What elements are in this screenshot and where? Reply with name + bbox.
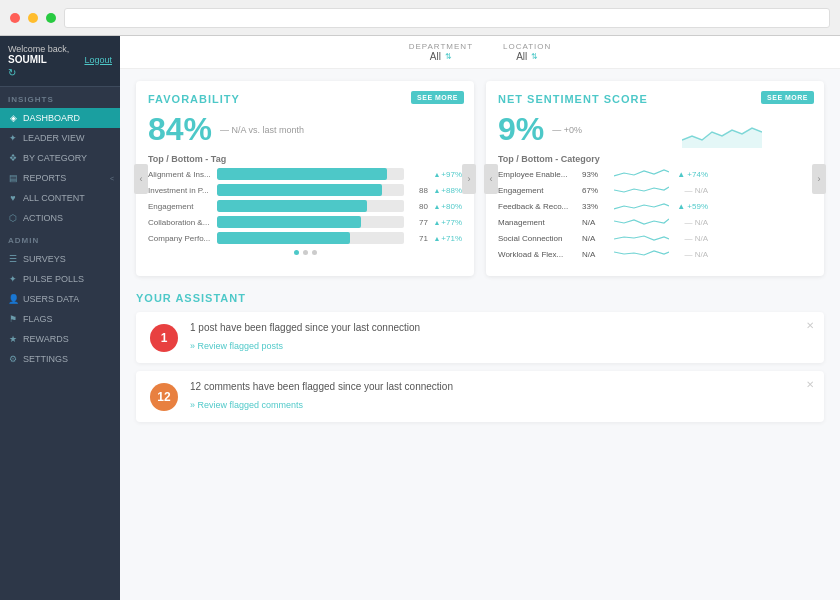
bar-change: ▲+71% xyxy=(432,234,462,243)
sentiment-sparkline xyxy=(614,184,669,196)
sentiment-sub-title: Top / Bottom - Category xyxy=(498,154,812,164)
close-icon[interactable]: ✕ xyxy=(806,320,814,331)
assistant-message: 1 post have been flagged since your last… xyxy=(190,322,810,333)
reports-icon: ▤ xyxy=(8,173,18,183)
favorability-nav-right[interactable]: › xyxy=(462,164,476,194)
app-container: Welcome back, SOUMIL Logout ↻ INSIGHTS ◈… xyxy=(0,36,840,600)
browser-dot-red[interactable] xyxy=(10,13,20,23)
assistant-item: 12 12 comments have been flagged since y… xyxy=(136,371,824,422)
assistant-message: 12 comments have been flagged since your… xyxy=(190,381,810,392)
assistant-link[interactable]: » Review flagged comments xyxy=(190,400,303,410)
browser-chrome xyxy=(0,0,840,36)
favorability-vs-text: — N/A vs. last month xyxy=(220,125,304,135)
assistant-link[interactable]: » Review flagged posts xyxy=(190,341,283,351)
sentiment-row-value: N/A xyxy=(582,218,610,227)
bar-change: ▲+88% xyxy=(432,186,462,195)
surveys-icon: ☰ xyxy=(8,254,18,264)
bar-label: Company Perfo... xyxy=(148,234,213,243)
by-category-icon: ❖ xyxy=(8,153,18,163)
department-value[interactable]: All ⇅ xyxy=(430,51,452,62)
location-value[interactable]: All ⇅ xyxy=(516,51,538,62)
sidebar-item-label: ACTIONS xyxy=(23,213,63,223)
favorability-bar-chart: Alignment & Ins... ▲+97% Investment in P… xyxy=(148,168,462,244)
browser-address-bar[interactable] xyxy=(64,8,830,28)
bar-track xyxy=(217,168,404,180)
sentiment-nav-left[interactable]: ‹ xyxy=(484,164,498,194)
assistant-items: 1 1 post have been flagged since your la… xyxy=(136,312,824,422)
assistant-title: YOUR ASSISTANT xyxy=(136,292,824,304)
sentiment-see-more[interactable]: SEE MORE xyxy=(761,91,814,104)
change-arrow-icon: ▲ xyxy=(433,187,440,194)
bar-row: Engagement 80 ▲+80% xyxy=(148,200,462,212)
sidebar-item-label: LEADER VIEW xyxy=(23,133,85,143)
sidebar-username: SOUMIL xyxy=(8,54,47,65)
bar-label: Investment in P... xyxy=(148,186,213,195)
sentiment-row: Workload & Flex... N/A — N/A xyxy=(498,248,812,260)
main-content: DEPARTMENT All ⇅ LOCATION All ⇅ FAVORABI… xyxy=(120,36,840,600)
sidebar-item-rewards[interactable]: ★ REWARDS xyxy=(0,329,120,349)
cards-row: FAVORABILITY SEE MORE 84% — N/A vs. last… xyxy=(120,69,840,284)
bar-row: Company Perfo... 71 ▲+71% xyxy=(148,232,462,244)
close-icon[interactable]: ✕ xyxy=(806,379,814,390)
sidebar-item-actions[interactable]: ⬡ ACTIONS xyxy=(0,208,120,228)
settings-icon: ⚙ xyxy=(8,354,18,364)
browser-dot-yellow[interactable] xyxy=(28,13,38,23)
actions-icon: ⬡ xyxy=(8,213,18,223)
sentiment-row-change: ▲ +59% xyxy=(673,202,708,211)
sentiment-card: NET SENTIMENT SCORE SEE MORE 9% — +0% To… xyxy=(486,81,824,276)
leader-view-icon: ✦ xyxy=(8,133,18,143)
bar-label: Alignment & Ins... xyxy=(148,170,213,179)
bar-track xyxy=(217,200,404,212)
favorability-see-more[interactable]: SEE MORE xyxy=(411,91,464,104)
all-content-icon: ♥ xyxy=(8,193,18,203)
sidebar-item-all-content[interactable]: ♥ ALL CONTENT xyxy=(0,188,120,208)
sentiment-row-label: Workload & Flex... xyxy=(498,250,578,259)
assistant-item: 1 1 post have been flagged since your la… xyxy=(136,312,824,363)
sidebar-item-label: REPORTS xyxy=(23,173,66,183)
sentiment-row-value: 93% xyxy=(582,170,610,179)
sentiment-row: Management N/A — N/A xyxy=(498,216,812,228)
sidebar-header: Welcome back, SOUMIL Logout ↻ xyxy=(0,36,120,87)
sentiment-sparkline xyxy=(614,248,669,260)
sentiment-nav-right[interactable]: › xyxy=(812,164,826,194)
favorability-big-number: 84% — N/A vs. last month xyxy=(148,111,462,148)
sidebar-item-pulse-polls[interactable]: ✦ PULSE POLLS xyxy=(0,269,120,289)
favorability-sub-title: Top / Bottom - Tag xyxy=(148,154,462,164)
dot-1 xyxy=(294,250,299,255)
change-arrow-icon: ▲ xyxy=(433,171,440,178)
sidebar-item-flags[interactable]: ⚑ FLAGS xyxy=(0,309,120,329)
sentiment-row-change: — N/A xyxy=(673,250,708,259)
bar-fill xyxy=(217,200,367,212)
sidebar-item-label: SURVEYS xyxy=(23,254,66,264)
sidebar-item-label: DASHBOARD xyxy=(23,113,80,123)
sidebar-item-users-data[interactable]: 👤 USERS DATA xyxy=(0,289,120,309)
sidebar-item-reports[interactable]: ▤ REPORTS < xyxy=(0,168,120,188)
sentiment-mini-chart xyxy=(682,112,762,148)
bar-row: Investment in P... 88 ▲+88% xyxy=(148,184,462,196)
assistant-badge: 12 xyxy=(150,383,178,411)
department-filter: DEPARTMENT All ⇅ xyxy=(409,42,473,62)
sentiment-row-label: Employee Enable... xyxy=(498,170,578,179)
bar-change: ▲+80% xyxy=(432,202,462,211)
sentiment-sparkline xyxy=(614,216,669,228)
sentiment-row-label: Engagement xyxy=(498,186,578,195)
department-label: DEPARTMENT xyxy=(409,42,473,51)
assistant-section: YOUR ASSISTANT 1 1 post have been flagge… xyxy=(120,284,840,438)
browser-dot-green[interactable] xyxy=(46,13,56,23)
sidebar-item-dashboard[interactable]: ◈ DASHBOARD xyxy=(0,108,120,128)
sidebar-item-settings[interactable]: ⚙ SETTINGS xyxy=(0,349,120,369)
sidebar-item-by-category[interactable]: ❖ BY CATEGORY xyxy=(0,148,120,168)
assistant-text: 12 comments have been flagged since your… xyxy=(190,381,810,412)
bar-value: 71 xyxy=(408,234,428,243)
sidebar-item-leader-view[interactable]: ✦ LEADER VIEW xyxy=(0,128,120,148)
sidebar-item-label: USERS DATA xyxy=(23,294,79,304)
sidebar-item-label: REWARDS xyxy=(23,334,69,344)
dot-2 xyxy=(303,250,308,255)
insights-section-label: INSIGHTS xyxy=(0,87,120,108)
sidebar-item-surveys[interactable]: ☰ SURVEYS xyxy=(0,249,120,269)
sentiment-row: Engagement 67% — N/A xyxy=(498,184,812,196)
favorability-nav-left[interactable]: ‹ xyxy=(134,164,148,194)
sidebar-item-label: PULSE POLLS xyxy=(23,274,84,284)
admin-section-label: ADMIN xyxy=(0,228,120,249)
sidebar-logout[interactable]: Logout xyxy=(84,55,112,65)
